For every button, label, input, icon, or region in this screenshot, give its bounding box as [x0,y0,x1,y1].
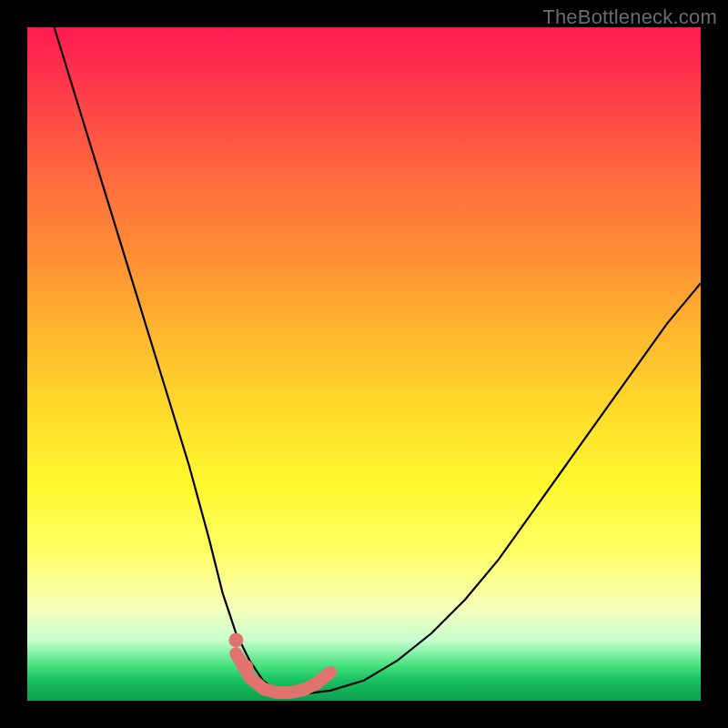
watermark-text: TheBottleneck.com [542,5,717,29]
valley-marker-dot [228,632,243,647]
plot-area [27,27,701,701]
chart-frame: TheBottleneck.com [0,0,728,728]
bottleneck-curve [55,27,701,694]
valley-marker-dot [239,660,254,674]
curve-svg [27,27,701,701]
